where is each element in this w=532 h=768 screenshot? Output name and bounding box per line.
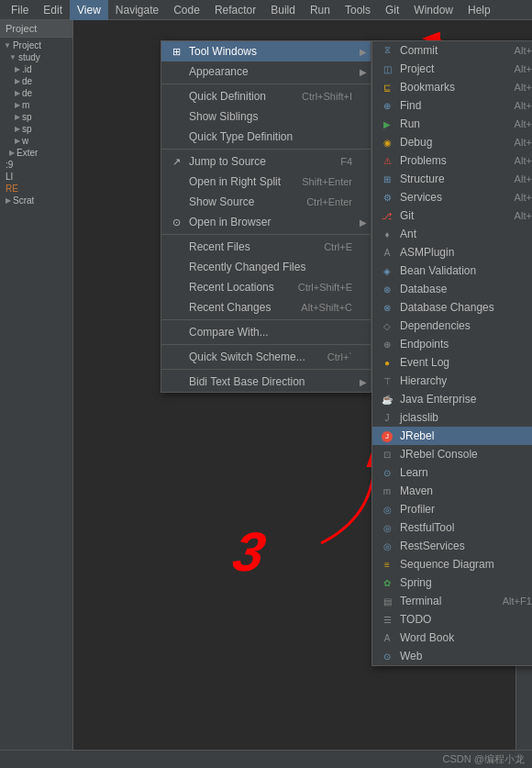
tree-m[interactable]: ▶ m bbox=[2, 99, 71, 111]
debug-shortcut: Alt+5 bbox=[515, 137, 532, 148]
restful-icon: ◎ bbox=[380, 523, 394, 533]
tool-item-web[interactable]: ⊙ Web bbox=[372, 647, 532, 665]
tree-id[interactable]: ▶ .id bbox=[2, 63, 71, 75]
tool-item-profiler[interactable]: ◎ Profiler bbox=[372, 500, 532, 518]
tool-item-event-log[interactable]: ● Event Log bbox=[372, 353, 532, 372]
tool-item-run[interactable]: ▶ Run Alt+4 bbox=[372, 115, 532, 133]
tree-arrow-m: ▶ bbox=[15, 101, 20, 109]
restservices-icon: ◎ bbox=[380, 541, 394, 551]
tool-item-maven[interactable]: m Maven bbox=[372, 482, 532, 500]
learn-icon: ⊙ bbox=[380, 468, 394, 478]
tree-arrow-w: ▶ bbox=[15, 137, 20, 145]
tree-sp1[interactable]: ▶ sp bbox=[2, 111, 71, 123]
content-area: ⊞ Tool Windows ▶ Appearance ▶ Quick Defi… bbox=[73, 20, 532, 768]
menu-file[interactable]: File bbox=[4, 0, 36, 20]
tree-study[interactable]: ▼ study bbox=[2, 51, 71, 63]
tree-arrow: ▼ bbox=[4, 41, 11, 50]
tool-item-git[interactable]: ⎇ Git Alt+9 bbox=[372, 206, 532, 225]
run-label: Run bbox=[400, 117, 515, 130]
tree-w[interactable]: ▶ w bbox=[2, 135, 71, 147]
tree-label-9: :9 bbox=[6, 160, 13, 170]
tool-item-sequence[interactable]: ≡ Sequence Diagram bbox=[372, 555, 532, 573]
tool-item-problems[interactable]: ⚠ Problems Alt+6 bbox=[372, 151, 532, 170]
tool-item-ant[interactable]: ♦ Ant bbox=[372, 225, 532, 243]
menu-item-recent-files[interactable]: Recent Files Ctrl+E bbox=[161, 237, 371, 257]
menu-edit[interactable]: Edit bbox=[36, 0, 70, 20]
menu-item-jump-source[interactable]: ↗ Jump to Source F4 bbox=[161, 151, 371, 172]
run-shortcut: Alt+4 bbox=[515, 118, 532, 129]
tool-item-wordbook[interactable]: A Word Book bbox=[372, 629, 532, 647]
menu-view[interactable]: View bbox=[70, 0, 108, 20]
open-browser-icon: ⊙ bbox=[169, 217, 183, 228]
menu-git[interactable]: Git bbox=[378, 0, 406, 20]
tool-item-structure[interactable]: ⊞ Structure Alt+7 bbox=[372, 170, 532, 188]
tool-item-debug[interactable]: ◉ Debug Alt+5 bbox=[372, 133, 532, 151]
menu-item-siblings[interactable]: Show Siblings bbox=[161, 106, 371, 127]
menu-item-quick-type[interactable]: Quick Type Definition bbox=[161, 127, 371, 147]
tool-item-restful[interactable]: ◎ RestfulTool bbox=[372, 518, 532, 537]
menu-code[interactable]: Code bbox=[166, 0, 207, 20]
tool-item-database[interactable]: ⊗ Database bbox=[372, 280, 532, 298]
tree-9[interactable]: :9 bbox=[2, 159, 71, 171]
tree-project[interactable]: ▼ Project bbox=[2, 39, 71, 51]
tool-item-project[interactable]: ◫ Project Alt+1 bbox=[372, 60, 532, 78]
menu-build[interactable]: Build bbox=[263, 0, 303, 20]
tool-item-bookmarks[interactable]: ⊑ Bookmarks Alt+2 bbox=[372, 78, 532, 96]
menu-item-recent-loc[interactable]: Recent Locations Ctrl+Shift+E bbox=[161, 277, 371, 297]
tool-item-deps[interactable]: ◇ Dependencies bbox=[372, 317, 532, 335]
watermark-text: CSDN @编程小龙 bbox=[443, 752, 525, 766]
project-shortcut: Alt+1 bbox=[515, 63, 532, 74]
menu-help[interactable]: Help bbox=[460, 0, 498, 20]
tree-de2[interactable]: ▶ de bbox=[2, 87, 71, 99]
menu-run[interactable]: Run bbox=[303, 0, 338, 20]
tree-label-id: .id bbox=[22, 64, 32, 74]
menu-navigate[interactable]: Navigate bbox=[108, 0, 166, 20]
separator-4 bbox=[161, 319, 371, 320]
tool-item-terminal[interactable]: ▤ Terminal Alt+F12 bbox=[372, 592, 532, 610]
menu-item-quick-switch[interactable]: Quick Switch Scheme... Ctrl+` bbox=[161, 347, 371, 367]
tool-item-commit[interactable]: ⧖ Commit Alt+0 bbox=[372, 41, 532, 60]
tree-de1[interactable]: ▶ de bbox=[2, 75, 71, 87]
menu-item-show-source[interactable]: Show Source Ctrl+Enter bbox=[161, 192, 371, 212]
menu-refactor[interactable]: Refactor bbox=[207, 0, 263, 20]
tree-label-scrat: Scrat bbox=[13, 195, 34, 206]
menu-item-recent-changed[interactable]: Recently Changed Files bbox=[161, 257, 371, 277]
tool-item-todo[interactable]: ☰ TODO bbox=[372, 610, 532, 629]
tool-item-jrebel-console[interactable]: ⊡ JRebel Console bbox=[372, 445, 532, 463]
menu-item-quick-def[interactable]: Quick Definition Ctrl+Shift+I bbox=[161, 86, 371, 106]
menu-item-compare[interactable]: Compare With... bbox=[161, 322, 371, 342]
tree-re[interactable]: RE bbox=[2, 183, 71, 195]
tree-scrat[interactable]: ▶ Scrat bbox=[2, 195, 71, 206]
open-browser-label: Open in Browser bbox=[189, 216, 352, 228]
find-shortcut: Alt+3 bbox=[515, 100, 532, 111]
tool-item-hierarchy[interactable]: ⊤ Hierarchy bbox=[372, 372, 532, 390]
hierarchy-icon: ⊤ bbox=[380, 376, 394, 386]
menu-item-appearance[interactable]: Appearance ▶ bbox=[161, 61, 371, 82]
menu-tools[interactable]: Tools bbox=[338, 0, 378, 20]
menu-item-open-right[interactable]: Open in Right Split Shift+Enter bbox=[161, 172, 371, 192]
menu-item-tool-windows[interactable]: ⊞ Tool Windows ▶ bbox=[161, 41, 371, 61]
tree-extern[interactable]: ▶ Exter bbox=[2, 147, 71, 159]
menu-item-recent-changes[interactable]: Recent Changes Alt+Shift+C bbox=[161, 297, 371, 317]
tool-item-services[interactable]: ⚙ Services Alt+8 bbox=[372, 188, 532, 206]
menu-item-bidi[interactable]: Bidi Text Base Direction ▶ bbox=[161, 372, 371, 392]
tool-item-bean[interactable]: ◈ Bean Validation bbox=[372, 262, 532, 280]
tool-item-asm[interactable]: A ASMPlugin bbox=[372, 243, 532, 262]
tree-li[interactable]: LI bbox=[2, 171, 71, 183]
tool-item-db-changes[interactable]: ⊗ Database Changes bbox=[372, 298, 532, 317]
restservices-label: RestServices bbox=[400, 540, 532, 552]
tree-sp2[interactable]: ▶ sp bbox=[2, 123, 71, 135]
tool-item-learn[interactable]: ⊙ Learn bbox=[372, 463, 532, 482]
tool-item-endpoints[interactable]: ⊕ Endpoints bbox=[372, 335, 532, 353]
tool-item-spring[interactable]: ✿ Spring bbox=[372, 573, 532, 592]
tree-label-extern: Exter bbox=[17, 148, 38, 158]
tool-item-find[interactable]: ⊕ Find Alt+3 bbox=[372, 96, 532, 115]
tool-item-jclasslib[interactable]: J jclasslib bbox=[372, 408, 532, 427]
problems-icon: ⚠ bbox=[380, 156, 394, 166]
menu-window[interactable]: Window bbox=[406, 0, 460, 20]
bookmarks-label: Bookmarks bbox=[400, 81, 515, 94]
tool-item-jrebel[interactable]: J JRebel bbox=[372, 427, 532, 445]
tool-item-restservices[interactable]: ◎ RestServices bbox=[372, 537, 532, 555]
tool-item-java-ee[interactable]: ☕ Java Enterprise bbox=[372, 390, 532, 408]
menu-item-open-browser[interactable]: ⊙ Open in Browser ▶ bbox=[161, 212, 371, 232]
